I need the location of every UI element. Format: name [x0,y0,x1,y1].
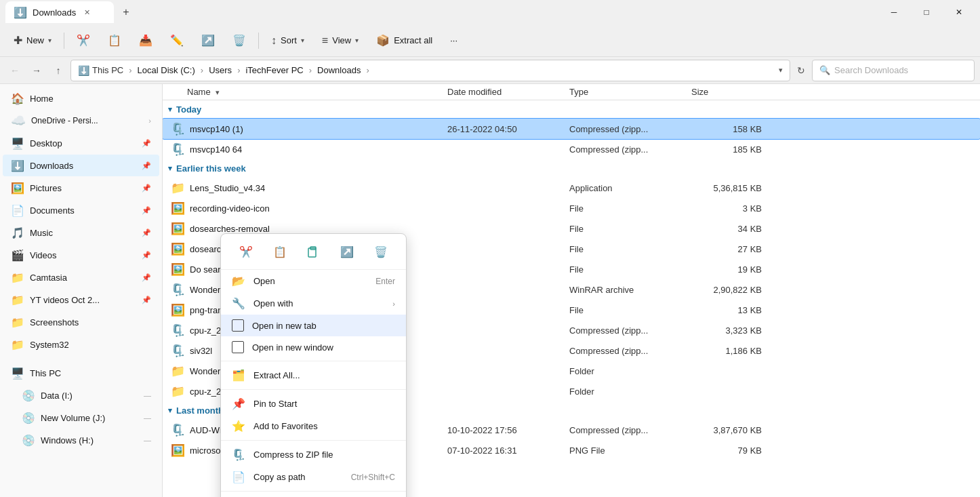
window-controls: ─ □ ✕ [878,0,975,24]
breadcrumb-downloads: Downloads [317,65,361,75]
sidebar-item-pictures[interactable]: 🖼️ Pictures 📌 [3,177,159,199]
ctx-open-item[interactable]: 📂 Open Enter [221,270,406,292]
sidebar-item-camtasia[interactable]: 📁 Camtasia 📌 [3,266,159,288]
sidebar-item-thispc[interactable]: 🖥️ This PC [3,362,159,384]
back-button[interactable]: ← [5,61,24,80]
delete-button[interactable]: 🗑️ [224,28,254,53]
ctx-paste-button[interactable] [301,239,325,264]
sort-button[interactable]: ↕️ Sort ▾ [263,28,312,53]
ctx-openwith-label: Open with [253,298,384,309]
table-row[interactable]: 📁 Lens_Studio_v4.34 Application 5,36,815… [163,178,980,198]
sidebar-item-documents[interactable]: 📄 Documents 📌 [3,199,159,221]
sidebar-item-videos[interactable]: 🎬 Videos 📌 [3,244,159,266]
refresh-button[interactable]: ↻ [793,65,809,76]
today-collapse-icon[interactable]: ▾ [168,105,172,114]
forward-button[interactable]: → [27,61,46,80]
new-tab-button[interactable]: + [117,3,136,22]
sidebar-item-windows[interactable]: 💿 Windows (H:) — [3,429,159,451]
file-name-text: msvcp140 (1) [190,124,243,134]
ctx-pintostart-label: Pin to Start [253,399,395,409]
header-size[interactable]: Size [691,87,773,97]
header-name[interactable]: Name ▾ [163,87,447,97]
file-type: File [569,244,691,254]
header-date[interactable]: Date modified [447,87,569,97]
cut-button[interactable]: ✂️ [68,28,98,53]
earlier-collapse-icon[interactable]: ▾ [168,164,172,173]
ctx-copypath-label: Copy as path [253,472,343,482]
ctx-properties-item[interactable]: ⚙️ Properties Alt+Enter [221,494,406,497]
extract-icon: 📦 [376,34,390,47]
pictures-icon: 🖼️ [11,182,24,195]
videos-icon: 🎬 [11,249,24,262]
ctx-opennewtab-item[interactable]: Open in new tab [221,315,406,336]
ctx-addtofavorites-item[interactable]: ⭐ Add to Favorites [221,415,406,437]
cut-icon: ✂️ [77,34,90,47]
ctx-copy-button[interactable]: 📋 [268,239,292,264]
maximize-button[interactable]: □ [911,0,942,24]
sidebar-item-newvolume[interactable]: 💿 New Volume (J:) — [3,407,159,429]
table-row[interactable]: 🖼️ recording-video-icon File 3 KB [163,198,980,218]
file-type: File [569,305,691,315]
sidebar-home-label: Home [30,94,54,104]
sidebar-item-music[interactable]: 🎵 Music 📌 [3,222,159,243]
ctx-delete-button[interactable]: 🗑️ [369,239,393,264]
sidebar-item-screenshots[interactable]: 📁 Screenshots [3,311,159,333]
ctx-pintostart-item[interactable]: 📌 Pin to Start [221,393,406,415]
paste-button[interactable]: 📥 [131,28,161,53]
file-name-text: siv32l [190,346,212,356]
file-type: File [569,224,691,234]
file-size: 34 KB [691,224,773,234]
rename-button[interactable]: ✏️ [162,28,192,53]
ctx-share-button[interactable]: ↗️ [335,239,359,264]
file-date: 07-10-2022 16:31 [447,445,569,456]
search-box[interactable]: 🔍 Search Downloads [812,60,975,81]
file-type: Folder [569,386,691,397]
minimize-button[interactable]: ─ [878,0,910,24]
newvolume-icon: 💿 [22,412,35,424]
view-button[interactable]: ≡ View ▾ [314,28,367,53]
tab-close-button[interactable]: ✕ [84,8,90,17]
file-type: File [569,203,691,214]
sidebar-item-home[interactable]: 🏠 Home [3,87,159,109]
sidebar-item-onedrive[interactable]: ☁️ OneDrive - Persi... › [3,110,159,132]
sidebar-item-downloads[interactable]: ⬇️ Downloads 📌 [3,155,159,176]
sidebar-data-label: Data (I:) [41,391,73,401]
file-size: 5,36,815 KB [691,183,773,193]
file-type: Folder [569,366,691,376]
ctx-extractall-item[interactable]: 🗂️ Extract All... [221,364,406,386]
sidebar-item-data[interactable]: 💿 Data (I:) — [3,384,159,406]
data-expand: — [144,391,151,399]
ctx-openwith-item[interactable]: 🔧 Open with › [221,292,406,315]
ctx-compress-item[interactable]: 🗜️ Compress to ZIP file [221,443,406,466]
delete-icon: 🗑️ [232,34,246,47]
ctx-opennewtab-icon [232,319,244,332]
active-tab[interactable]: ⬇️ Downloads ✕ [5,1,114,23]
new-button[interactable]: ✚ New ▾ [5,28,60,53]
up-button[interactable]: ↑ [49,61,68,80]
ctx-opennewtab-label: Open in new tab [252,321,395,331]
copy-button[interactable]: 📋 [100,28,129,53]
ctx-copypath-item[interactable]: 📄 Copy as path Ctrl+Shift+C [221,466,406,488]
sidebar-camtasia-label: Camtasia [30,273,67,283]
address-input[interactable]: ⬇️ This PC › Local Disk (C:) › Users › i… [70,60,790,81]
extract-button[interactable]: 📦 Extract all [368,28,441,53]
table-row[interactable]: 🗜️ msvcp140 (1) 26-11-2022 04:50 Compres… [163,119,980,139]
sidebar-videos-label: Videos [30,250,57,260]
close-button[interactable]: ✕ [943,0,975,24]
share-button[interactable]: ↗️ [193,28,223,53]
sidebar-item-system32[interactable]: 📁 System32 [3,334,159,355]
address-bar: ← → ↑ ⬇️ This PC › Local Disk (C:) › Use… [0,57,980,84]
lastmonth-collapse-icon[interactable]: ▾ [168,406,172,415]
file-size: 79 KB [691,445,773,456]
ctx-opennewwindow-item[interactable]: Open in new window [221,336,406,358]
header-type[interactable]: Type [569,87,691,97]
sidebar-item-desktop[interactable]: 🖥️ Desktop 📌 [3,132,159,154]
address-dropdown-icon[interactable]: ▾ [779,66,783,75]
more-button[interactable]: ··· [442,28,466,53]
image-icon: 🖼️ [171,201,184,215]
file-size: 158 KB [691,124,773,134]
desktop-icon: 🖥️ [11,137,24,150]
table-row[interactable]: 🗜️ msvcp140 64 Compressed (zipp... 185 K… [163,139,980,159]
sidebar-item-ytvideos[interactable]: 📁 YT videos Oct 2... 📌 [3,289,159,311]
ctx-cut-button[interactable]: ✂️ [234,239,258,264]
